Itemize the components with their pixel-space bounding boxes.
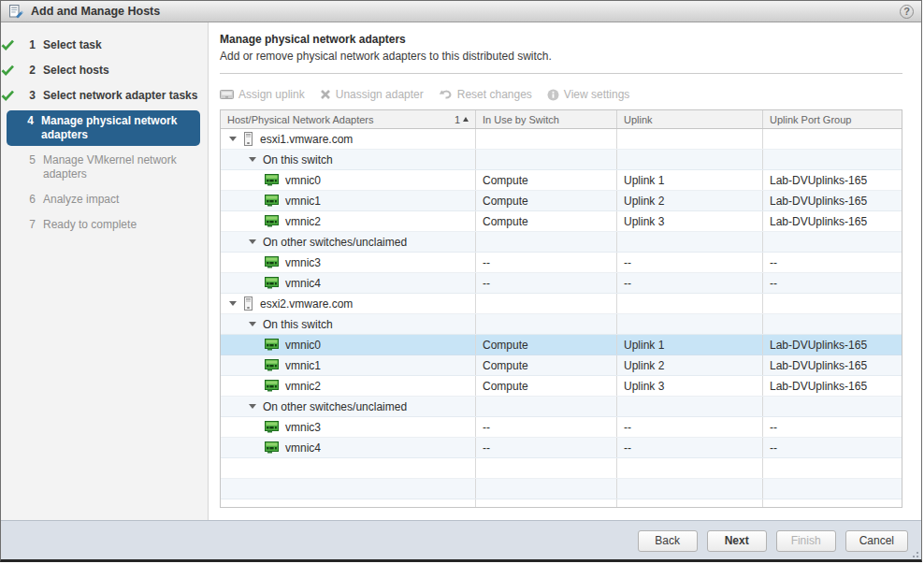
next-button[interactable]: Next (707, 530, 767, 552)
host-icon (243, 132, 253, 146)
toolbar-unassign-adapter-button[interactable]: Unassign adapter (320, 88, 424, 101)
table-cell: -- (476, 438, 617, 457)
page-subtitle: Add or remove physical network adapters … (220, 50, 902, 63)
resize-grip-icon[interactable] (910, 549, 918, 557)
sidebar-step-manage-physical-network-adapters[interactable]: 4Manage physical network adapters (7, 110, 200, 146)
reset-changes-icon (439, 89, 453, 100)
table-cell: vmnic2 (221, 376, 476, 396)
table-row-vmnic4[interactable]: vmnic4------ (221, 273, 902, 294)
table-cell: -- (617, 438, 763, 457)
table-row-vmnic2[interactable]: vmnic2ComputeUplink 3Lab-DVUplinks-165 (221, 376, 902, 397)
column-header-in-use-by-switch[interactable]: In Use by Switch (476, 110, 617, 128)
empty-row (221, 458, 902, 479)
row-label: esxi1.vmware.com (260, 133, 353, 146)
step-number: 3 (23, 89, 36, 103)
expand-toggle-icon[interactable] (249, 239, 256, 244)
step-label: Manage VMkernel network adapters (43, 153, 208, 181)
table-cell: esxi1.vmware.com (221, 129, 476, 149)
table-row-vmnic1[interactable]: vmnic1ComputeUplink 2Lab-DVUplinks-165 (221, 191, 902, 211)
table-cell: -- (617, 417, 763, 437)
table-cell: Lab-DVUplinks-165 (763, 335, 902, 354)
table-cell: Compute (476, 211, 617, 231)
row-label: vmnic2 (285, 215, 321, 228)
column-header-label: In Use by Switch (483, 114, 559, 125)
toolbar-reset-changes-button[interactable]: Reset changes (439, 88, 532, 101)
table-cell (617, 129, 763, 149)
table-row-vmnic3[interactable]: vmnic3------ (221, 417, 902, 438)
table-row-vmnic3[interactable]: vmnic3------ (221, 253, 902, 273)
table-cell: Lab-DVUplinks-165 (763, 191, 902, 210)
sidebar-step-manage-vmkernel-network-adapters[interactable]: 5Manage VMkernel network adapters (1, 148, 208, 187)
table-cell (763, 479, 902, 499)
cancel-button[interactable]: Cancel (845, 530, 908, 552)
unassign-adapter-icon (320, 89, 331, 100)
back-button[interactable]: Back (638, 530, 698, 552)
table-cell: Lab-DVUplinks-165 (763, 211, 902, 231)
table-row-on-other-switches-unclaimed[interactable]: On other switches/unclaimed (221, 232, 902, 253)
table-row-esxi1-vmware-com[interactable]: esxi1.vmware.com (221, 129, 902, 150)
step-number: 7 (23, 218, 36, 232)
column-header-uplink[interactable]: Uplink (617, 110, 763, 128)
step-label: Ready to complete (43, 218, 142, 232)
step-number: 5 (23, 153, 36, 167)
table-row-on-this-switch[interactable]: On this switch (221, 150, 902, 170)
finish-button[interactable]: Finish (776, 530, 836, 552)
table-cell: Uplink 2 (617, 355, 763, 375)
step-check-placeholder (1, 193, 23, 194)
step-check-icon (1, 38, 23, 51)
expand-toggle-icon[interactable] (249, 404, 256, 409)
sidebar-step-select-hosts[interactable]: 2Select hosts (1, 58, 208, 83)
sidebar-step-analyze-impact[interactable]: 6Analyze impact (1, 187, 208, 212)
table-cell: -- (763, 438, 902, 457)
table-cell: -- (476, 253, 617, 272)
table-cell (763, 499, 902, 507)
row-label: vmnic1 (285, 359, 321, 372)
expand-toggle-icon[interactable] (249, 322, 256, 326)
table-cell: -- (476, 273, 617, 293)
table-row-vmnic0[interactable]: vmnic0ComputeUplink 1Lab-DVUplinks-165 (221, 335, 902, 355)
step-number: 2 (23, 64, 36, 78)
table-cell: Uplink 2 (617, 191, 763, 210)
add-and-manage-hosts-dialog: Add and Manage Hosts ? 1Select task2Sele… (0, 0, 922, 562)
column-header-uplink-port-group[interactable]: Uplink Port Group (763, 110, 902, 128)
toolbar-button-label: View settings (564, 88, 629, 101)
table-cell (763, 129, 902, 149)
table-row-vmnic4[interactable]: vmnic4------ (221, 438, 902, 458)
column-header-host-physical-network-adapters[interactable]: Host/Physical Network Adapters1 (221, 110, 476, 128)
expand-toggle-icon[interactable] (229, 301, 237, 306)
content-pane: Manage physical network adapters Add or … (209, 22, 921, 520)
expand-toggle-icon[interactable] (229, 137, 237, 141)
help-button[interactable]: ? (900, 5, 914, 19)
sidebar-step-select-task[interactable]: 1Select task (1, 33, 208, 58)
sort-indicator: 1 (455, 114, 469, 125)
view-settings-icon (547, 89, 559, 101)
empty-row (221, 479, 902, 499)
toolbar-view-settings-button[interactable]: View settings (547, 88, 629, 101)
table-cell: Uplink 1 (617, 335, 763, 354)
table-cell: -- (476, 417, 617, 437)
table-row-esxi2-vmware-com[interactable]: esxi2.vmware.com (221, 294, 902, 314)
nic-icon (265, 256, 279, 268)
sidebar-step-select-network-adapter-tasks[interactable]: 3Select network adapter tasks (1, 83, 208, 108)
row-label: On other switches/unclaimed (263, 400, 407, 413)
step-check-placeholder (1, 218, 23, 219)
table-cell (617, 150, 763, 169)
table-row-vmnic2[interactable]: vmnic2ComputeUplink 3Lab-DVUplinks-165 (221, 211, 902, 232)
table-row-vmnic0[interactable]: vmnic0ComputeUplink 1Lab-DVUplinks-165 (221, 170, 902, 191)
step-check-placeholder (1, 153, 23, 154)
table-cell: -- (617, 253, 763, 272)
table-cell (763, 150, 902, 169)
table-cell (763, 294, 902, 313)
table-row-on-this-switch[interactable]: On this switch (221, 314, 902, 335)
table-row-on-other-switches-unclaimed[interactable]: On other switches/unclaimed (221, 397, 902, 417)
sidebar-step-ready-to-complete[interactable]: 7Ready to complete (1, 212, 208, 238)
column-header-label: Uplink (624, 114, 653, 125)
empty-row (221, 499, 902, 507)
column-header-label: Uplink Port Group (770, 114, 851, 125)
nic-icon (265, 380, 279, 392)
nic-icon (265, 174, 279, 186)
expand-toggle-icon[interactable] (249, 157, 256, 162)
table-cell (476, 232, 617, 252)
table-row-vmnic1[interactable]: vmnic1ComputeUplink 2Lab-DVUplinks-165 (221, 355, 902, 376)
toolbar-assign-uplink-button[interactable]: Assign uplink (220, 88, 305, 101)
